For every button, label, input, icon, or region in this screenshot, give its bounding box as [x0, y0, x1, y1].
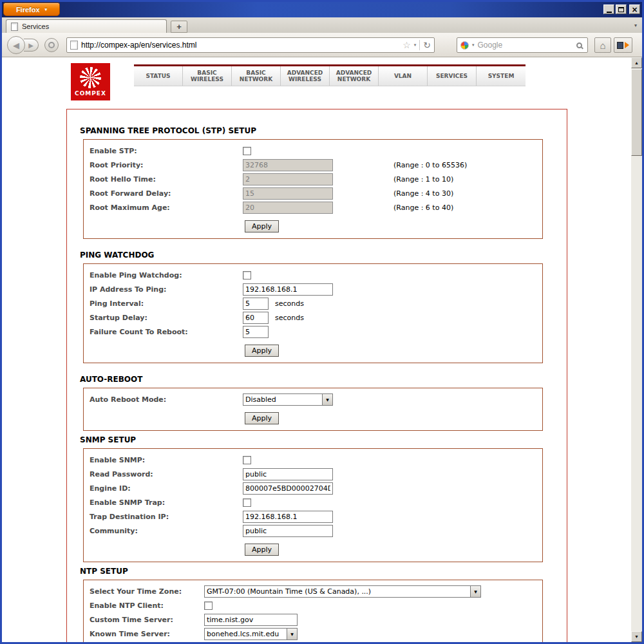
snmp-apply-button[interactable]: Apply	[245, 544, 279, 556]
panel-icon	[617, 42, 623, 49]
form-row-enable-ping-watchdog: Enable Ping Watchdog:	[84, 268, 542, 282]
community-input[interactable]	[243, 525, 333, 537]
failure-count-to-reboot-label: Failure Count To Reboot:	[90, 328, 243, 336]
custom-time-server-input[interactable]	[204, 614, 298, 626]
back-button[interactable]: ◀	[7, 36, 25, 54]
bookmark-star-icon[interactable]: ☆	[402, 41, 411, 50]
form-row-read-password: Read Password:	[84, 467, 542, 481]
snmp-apply-row: Apply	[245, 542, 542, 556]
root-priority-input	[243, 159, 333, 171]
scrollbar-thumb[interactable]	[631, 69, 642, 156]
reload-icon[interactable]: ↻	[423, 41, 431, 50]
close-icon: ×	[631, 6, 638, 14]
read-password-label: Read Password:	[90, 470, 243, 478]
forward-button[interactable]: ▶	[24, 39, 39, 52]
form-row-time-zone: Select Your Time Zone:GMT-07:00 (Mountai…	[84, 584, 542, 598]
tab-services[interactable]: Services	[6, 19, 167, 33]
time-zone-select[interactable]: GMT-07:00 (Mountain Time (US & Canada), …	[204, 585, 481, 598]
url-dropdown-icon[interactable]: ▾	[414, 43, 417, 48]
search-icon[interactable]	[576, 43, 582, 48]
minimize-button[interactable]	[603, 5, 614, 14]
services-page: COMPEX STATUSBASIC WIRELESSBASIC NETWORK…	[2, 57, 631, 642]
tab-strip: Services + ▾	[2, 17, 642, 33]
site-favicon-icon	[70, 41, 78, 50]
maximize-button[interactable]	[616, 5, 627, 14]
dropdown-arrow-icon[interactable]: ▼	[470, 586, 480, 597]
scroll-down-button[interactable]: ▼	[631, 631, 642, 642]
known-time-server-select[interactable]: bonehed.lcs.mit.edu▼	[204, 628, 298, 640]
form-row-root-priority: Root Priority:(Range : 0 to 65536)	[84, 158, 542, 172]
extension-button[interactable]	[44, 38, 59, 52]
form-row-community: Community:	[84, 524, 542, 538]
close-button[interactable]: ×	[629, 5, 640, 14]
form-row-root-forward-delay: Root Forward Delay:(Range : 4 to 30)	[84, 186, 542, 200]
new-tab-button[interactable]: +	[171, 21, 187, 33]
form-row-enable-snmp: Enable SNMP:	[84, 453, 542, 467]
vertical-scrollbar[interactable]: ▲ ▼	[631, 57, 642, 642]
url-bar[interactable]: http://compex-ap/en/services.html ☆ ▾ ↻	[66, 37, 435, 53]
window-controls: ×	[603, 5, 640, 14]
maximize-icon	[618, 7, 624, 12]
enable-ping-watchdog-label: Enable Ping Watchdog:	[90, 271, 243, 279]
enable-snmp-checkbox[interactable]	[243, 456, 251, 464]
ping-interval-input[interactable]	[243, 298, 269, 310]
scroll-up-button[interactable]: ▲	[631, 57, 642, 68]
ip-address-to-ping-label: IP Address To Ping:	[90, 285, 243, 294]
home-button[interactable]: ⌂	[594, 37, 611, 53]
menu-item-advanced-wireless[interactable]: ADVANCED WIRELESS	[281, 66, 330, 86]
menu-item-system[interactable]: SYSTEM	[477, 66, 526, 86]
stp-apply-row: Apply	[245, 219, 542, 232]
custom-time-server-label: Custom Time Server:	[90, 616, 204, 624]
section-title-snmp: SNMP SETUP	[80, 435, 567, 444]
firefox-menu-label: Firefox	[16, 6, 40, 14]
menu-item-services[interactable]: SERVICES	[428, 66, 477, 86]
enable-snmp-trap-checkbox[interactable]	[243, 498, 251, 507]
search-engine-dropdown-icon[interactable]: ▾	[472, 43, 475, 48]
form-sections: SPANNING TREE PROTOCOL (STP) SETUPEnable…	[67, 126, 567, 642]
dropdown-arrow-icon[interactable]: ▼	[322, 394, 332, 405]
search-input[interactable]: Google	[478, 41, 573, 50]
stp-apply-button[interactable]: Apply	[245, 220, 279, 232]
enable-stp-checkbox[interactable]	[243, 147, 251, 155]
auto-apply-button[interactable]: Apply	[245, 412, 279, 424]
section-title-auto: AUTO-REBOOT	[80, 375, 567, 384]
panel-button[interactable]	[614, 37, 632, 53]
dropdown-arrow-icon[interactable]: ▼	[287, 629, 297, 639]
read-password-input[interactable]	[243, 468, 333, 480]
known-time-server-label: Known Time Server:	[90, 630, 204, 638]
form-row-root-maximum-age: Root Maximum Age:(Range : 6 to 40)	[84, 200, 542, 214]
known-time-server-selected-value: bonehed.lcs.mit.edu	[205, 629, 287, 639]
failure-count-to-reboot-input[interactable]	[243, 326, 269, 338]
google-engine-icon[interactable]	[460, 41, 469, 50]
auto-reboot-mode-select[interactable]: Disabled▼	[243, 393, 333, 406]
section-title-ping: PING WATCHDOG	[80, 251, 567, 260]
firefox-menu-button[interactable]: Firefox ▾	[3, 3, 60, 16]
auto-apply-row: Apply	[245, 411, 542, 424]
url-input[interactable]: http://compex-ap/en/services.html	[81, 41, 399, 50]
menu-item-status[interactable]: STATUS	[134, 66, 183, 86]
form-row-enable-snmp-trap: Enable SNMP Trap:	[84, 495, 542, 509]
trap-destination-ip-input[interactable]	[243, 511, 333, 523]
form-row-engine-id: Engine ID:	[84, 481, 542, 495]
form-row-startup-delay: Startup Delay:seconds	[84, 310, 542, 325]
search-box[interactable]: ▾ Google	[457, 37, 588, 53]
root-maximum-age-label: Root Maximum Age:	[90, 204, 243, 212]
engine-id-input[interactable]	[243, 482, 333, 495]
community-label: Community:	[90, 527, 243, 535]
main-menu: STATUSBASIC WIRELESSBASIC NETWORKADVANCE…	[134, 64, 526, 86]
list-all-tabs-button[interactable]: ▾	[634, 23, 637, 28]
startup-delay-input[interactable]	[243, 312, 269, 324]
enable-ping-watchdog-checkbox[interactable]	[243, 271, 251, 279]
time-zone-selected-value: GMT-07:00 (Mountain Time (US & Canada), …	[205, 586, 470, 597]
root-forward-delay-input	[243, 187, 333, 200]
menu-item-advanced-network[interactable]: ADVANCED NETWORK	[330, 66, 379, 86]
ping-apply-button[interactable]: Apply	[245, 345, 279, 357]
enable-ntp-client-checkbox[interactable]	[204, 601, 213, 610]
menu-item-vlan[interactable]: VLAN	[379, 66, 428, 86]
menu-item-basic-wireless[interactable]: BASIC WIRELESS	[183, 66, 232, 86]
enable-snmp-label: Enable SNMP:	[90, 456, 243, 464]
ip-address-to-ping-input[interactable]	[243, 283, 333, 296]
extension-icon	[48, 42, 55, 48]
menu-item-basic-network[interactable]: BASIC NETWORK	[232, 66, 281, 86]
logo-text: COMPEX	[75, 90, 106, 97]
